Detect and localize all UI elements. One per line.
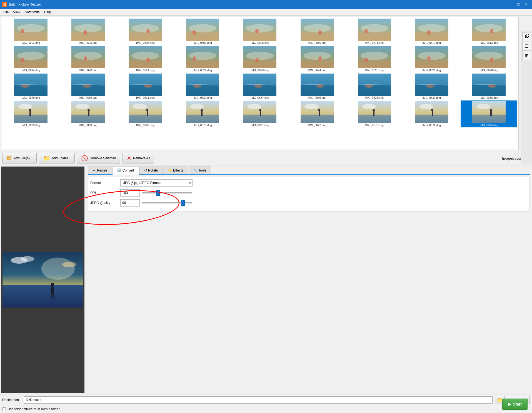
svg-point-142 [373, 109, 375, 111]
minimize-button[interactable]: — [507, 1, 514, 7]
svg-point-57 [303, 52, 331, 60]
svg-point-156 [51, 283, 54, 287]
dpi-row: DPI [90, 189, 527, 197]
list-item[interactable]: IMG_0873.dng [346, 100, 403, 127]
use-folder-structure-label: Use folder structure in output folder [8, 407, 59, 411]
svg-point-41 [74, 52, 102, 60]
image-label: IMG_0624.dng [308, 69, 326, 72]
dpi-label: DPI [90, 191, 118, 195]
image-thumbnail [472, 19, 506, 41]
list-item[interactable]: IMG_0623.dng [231, 46, 288, 72]
image-grid-container[interactable]: IMG_0603.dng IMG_0605.dng [1, 17, 519, 150]
use-folder-structure-checkbox[interactable] [2, 407, 6, 411]
list-icon: ☰ [525, 44, 529, 49]
tab-effects[interactable]: ✨ Effects [163, 167, 188, 174]
list-item[interactable]: IMG_0625.dng [346, 46, 403, 72]
svg-point-61 [361, 52, 388, 60]
svg-rect-144 [415, 115, 448, 123]
destination-input[interactable] [24, 396, 493, 404]
tab-resize[interactable]: ↔ Resize [88, 167, 112, 174]
svg-point-63 [364, 58, 368, 62]
list-item[interactable]: IMG_0620.dng [60, 46, 116, 72]
svg-point-162 [21, 256, 34, 262]
effects-icon: ✨ [168, 168, 172, 172]
title-bar-left: 🖼 Batch Picture Resizer [2, 2, 41, 7]
jpeg-quality-input[interactable] [120, 199, 140, 206]
image-thumbnail [301, 74, 334, 96]
list-item[interactable]: IMG_0632.dng [174, 73, 231, 100]
list-item[interactable]: IMG_0622.dng [174, 46, 231, 72]
list-item[interactable]: IMG_0605.dng [60, 18, 116, 45]
image-thumbnail [301, 46, 334, 68]
list-item[interactable]: IMG_0606.dng [117, 18, 174, 45]
grid-icon: ⊞ [525, 53, 528, 58]
svg-rect-54 [243, 60, 276, 68]
list-item[interactable]: IMG_0603.dng [3, 18, 59, 45]
svg-rect-126 [201, 111, 203, 116]
maximize-button[interactable]: □ [515, 1, 522, 7]
view-grid-button[interactable]: ⊞ [522, 51, 531, 60]
list-item[interactable]: IMG_0631.dng [117, 73, 174, 100]
add-folder-button[interactable]: 📁 Add Folder... [39, 153, 75, 163]
add-files-button[interactable]: 🖼 Add File(s)... [2, 153, 37, 163]
list-item[interactable]: IMG_0608.dng [231, 18, 288, 45]
list-item[interactable]: IMG_0630.dng [60, 73, 116, 100]
list-item[interactable]: IMG_0868.dng [60, 100, 116, 127]
menu-file[interactable]: File [1, 10, 11, 15]
list-item[interactable]: IMG_0611.dng [346, 18, 403, 45]
close-button[interactable]: ✕ [523, 1, 530, 7]
tab-rotate[interactable]: ↺ Rotate [139, 167, 163, 174]
list-item[interactable]: IMG_0635.dng [289, 73, 346, 100]
image-thumbnail [14, 46, 48, 68]
svg-point-65 [418, 52, 446, 60]
dpi-input[interactable] [120, 189, 140, 197]
list-item[interactable]: IMG_0626.dng [403, 46, 460, 72]
list-item[interactable]: IMG_0636.dng [346, 73, 403, 100]
list-item[interactable]: IMG_0629.dng [3, 73, 59, 100]
remove-all-button[interactable]: ✕ Remove All [123, 153, 154, 163]
list-item[interactable]: IMG_0612.dng [403, 18, 460, 45]
list-item[interactable]: IMG_0613.dng [461, 18, 517, 45]
tab-convert[interactable]: 🔄 Convert [113, 167, 139, 175]
tools-icon: 🔧 [193, 168, 198, 172]
image-thumbnail [243, 101, 276, 123]
remove-selected-button[interactable]: 🚫 Remove Selected [77, 153, 120, 163]
image-thumbnail [301, 19, 334, 41]
list-item[interactable]: IMG_0875.dng [461, 100, 517, 127]
svg-rect-46 [129, 60, 162, 68]
list-item[interactable]: IMG_0639.dng [3, 100, 59, 127]
svg-point-29 [418, 24, 446, 32]
svg-point-86 [193, 84, 201, 88]
menu-view[interactable]: View [11, 10, 23, 15]
list-item[interactable]: IMG_0621.dng [117, 46, 174, 72]
start-button[interactable]: ▶ Start [502, 399, 528, 410]
menu-softorbits[interactable]: SoftOrbits [23, 10, 42, 15]
view-thumbnails-button[interactable]: 🖼 [522, 32, 531, 41]
image-label: IMG_0871.dng [251, 124, 269, 127]
list-item[interactable]: IMG_0872.dng [289, 100, 346, 127]
list-item[interactable]: IMG_0874.dng [403, 100, 460, 127]
tab-tools[interactable]: 🔧 Tools [189, 167, 211, 174]
list-item[interactable]: IMG_0871.dng [231, 100, 288, 127]
list-item[interactable]: IMG_0624.dng [289, 46, 346, 72]
svg-point-17 [246, 24, 274, 32]
list-item[interactable]: IMG_0610.dng [289, 18, 346, 45]
svg-rect-141 [373, 111, 374, 116]
image-thumbnail [243, 19, 276, 41]
list-item[interactable]: IMG_0628.dng [461, 46, 517, 72]
list-item[interactable]: IMG_0637.dng [403, 73, 460, 100]
menu-help[interactable]: Help [42, 10, 53, 15]
jpeg-quality-slider[interactable] [142, 202, 192, 203]
menu-bar: File View SoftOrbits Help [0, 9, 532, 16]
svg-rect-50 [186, 60, 219, 68]
svg-point-127 [201, 109, 203, 111]
dpi-slider[interactable] [142, 192, 192, 193]
list-item[interactable]: IMG_0869.dng [117, 100, 174, 127]
format-select[interactable]: JPG (*.jpg) JPEG Bitmap PNG (*.png) Port… [120, 179, 193, 187]
list-item[interactable]: IMG_0870.dng [174, 100, 231, 127]
list-item[interactable]: IMG_0614.dng [3, 46, 59, 72]
list-item[interactable]: IMG_0607.dng [174, 18, 231, 45]
list-item[interactable]: IMG_0634.dng [231, 73, 288, 100]
list-item[interactable]: IMG_0638.dng [461, 73, 517, 100]
view-list-button[interactable]: ☰ [522, 42, 531, 51]
